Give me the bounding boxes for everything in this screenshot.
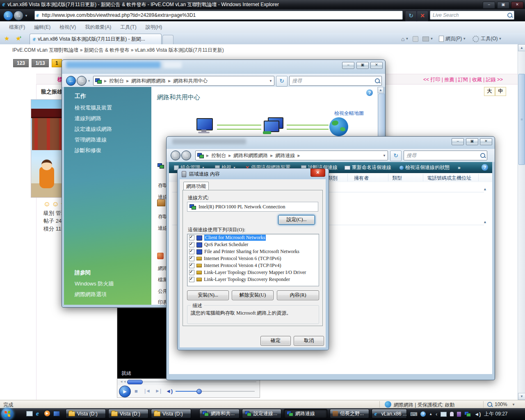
list-item[interactable]: Link-Layer Topology Discovery Mapper I/O… bbox=[187, 269, 319, 276]
globe-icon[interactable] bbox=[329, 117, 348, 136]
maximize-button[interactable]: ▣ bbox=[466, 138, 478, 145]
task-setup-connection[interactable]: 設定連線或網路 bbox=[75, 126, 112, 133]
column-owner[interactable]: 擁有者 bbox=[354, 175, 369, 182]
nav-dropdown-icon[interactable]: ▼ bbox=[25, 14, 28, 18]
search-icon[interactable] bbox=[507, 13, 512, 18]
task-view-computers[interactable]: 檢視電腦及裝置 bbox=[75, 104, 112, 112]
back-button[interactable]: ← bbox=[66, 76, 76, 86]
refresh-button[interactable]: ↻ bbox=[276, 76, 288, 87]
poster-name[interactable]: 龍之振雄 bbox=[41, 88, 62, 96]
back-button[interactable]: ← bbox=[171, 151, 180, 160]
tools-menu-button[interactable]: 工具(O) bbox=[481, 35, 498, 42]
task-manage-connections[interactable]: 管理網路連線 bbox=[75, 136, 107, 144]
connections-search-field[interactable] bbox=[404, 151, 487, 160]
close-button[interactable]: ✕ bbox=[480, 138, 492, 145]
page-menu-button[interactable]: 網頁(P) bbox=[445, 35, 462, 42]
quicklaunch-ie-icon[interactable]: e bbox=[36, 410, 39, 417]
font-size-large-button[interactable]: 大 bbox=[484, 87, 495, 96]
search-input[interactable] bbox=[291, 78, 375, 84]
quicklaunch-mediaplayer-icon[interactable]: ▶ bbox=[44, 411, 50, 416]
forum-breadcrumb[interactable]: IPvE.COM vLan 互聯對戰論壇 » 新聞公告 & 軟件發布 » vLa… bbox=[12, 47, 224, 54]
list-item[interactable]: QoS Packet Scheduler bbox=[187, 241, 319, 248]
scroll-up-icon[interactable]: ▲ bbox=[378, 87, 383, 93]
group-collapse-icon[interactable]: ▲ bbox=[483, 220, 487, 224]
menu-edit[interactable]: 編輯(E) bbox=[34, 24, 50, 31]
address-dropdown-icon[interactable]: ▼ bbox=[383, 154, 386, 158]
forward-button[interactable]: → bbox=[77, 76, 87, 86]
search-icon[interactable] bbox=[480, 153, 485, 158]
scrollbar-thumb[interactable]: ≡ bbox=[518, 74, 525, 165]
live-search-input[interactable] bbox=[432, 12, 507, 18]
connections-breadcrumb-field[interactable]: ▶ 控制台 ▶ 網路和網際網路 ▶ 網路連線 ▶ ▼ bbox=[195, 151, 388, 160]
rename-connection-button[interactable]: 重新命名這個連線 bbox=[345, 162, 391, 173]
volume-tray-icon[interactable]: ◄) bbox=[474, 411, 481, 417]
url-input[interactable] bbox=[41, 12, 401, 18]
checkbox[interactable] bbox=[189, 256, 194, 261]
action-print[interactable]: 打印 bbox=[430, 77, 440, 82]
rewind-icon[interactable]: ◄◄ bbox=[120, 380, 126, 383]
help-icon[interactable]: ? bbox=[482, 164, 488, 171]
close-button[interactable]: ✕ bbox=[310, 169, 325, 177]
previous-button[interactable]: |◄ bbox=[144, 388, 151, 394]
ime-tray-icon[interactable] bbox=[457, 412, 461, 417]
search-icon[interactable] bbox=[375, 78, 380, 83]
see-also-firewall[interactable]: Windows 防火牆 bbox=[75, 280, 114, 288]
expand-tray-icon[interactable]: ▲ bbox=[429, 412, 432, 416]
taskbar-button-game[interactable]: 信長之野... bbox=[330, 409, 369, 418]
network-tray-icon[interactable] bbox=[464, 411, 471, 417]
column-divider[interactable] bbox=[347, 174, 348, 181]
zoom-level[interactable]: 100% bbox=[495, 402, 507, 407]
list-item[interactable]: File and Printer Sharing for Microsoft N… bbox=[187, 248, 319, 255]
user-tray-icon[interactable] bbox=[450, 412, 454, 416]
menu-favorites[interactable]: 我的最愛(A) bbox=[85, 24, 111, 31]
refresh-button[interactable]: ↻ bbox=[390, 151, 402, 161]
action-log[interactable]: 記錄 bbox=[486, 77, 496, 82]
checkbox[interactable] bbox=[189, 277, 194, 282]
font-size-medium-button[interactable]: 中 bbox=[495, 87, 506, 96]
search-input[interactable] bbox=[406, 152, 480, 159]
start-button[interactable] bbox=[1, 408, 14, 420]
home-icon[interactable]: ⌂ bbox=[401, 36, 404, 42]
tab-networking[interactable]: 網路功能 bbox=[183, 182, 209, 191]
ok-button[interactable]: 確定 bbox=[260, 336, 291, 346]
checkbox[interactable] bbox=[189, 249, 194, 254]
breadcrumb-control-panel[interactable]: 控制台 bbox=[109, 78, 124, 84]
forward-button[interactable]: → bbox=[14, 11, 23, 21]
minimize-button[interactable]: – bbox=[483, 2, 495, 9]
live-search-field[interactable] bbox=[430, 11, 514, 20]
quicklaunch-desktop-icon[interactable] bbox=[53, 411, 60, 416]
address-dropdown-icon[interactable]: ▼ bbox=[269, 79, 272, 83]
scroll-up-icon[interactable]: ▲ bbox=[518, 44, 525, 51]
taskbar-button-vista-d1[interactable]: Vista (D:) bbox=[66, 409, 106, 418]
print-dropdown-icon[interactable]: ▼ bbox=[430, 37, 433, 41]
group-collapse-icon[interactable]: ▲ bbox=[483, 187, 487, 191]
checkbox[interactable] bbox=[189, 242, 194, 247]
close-button[interactable]: ✕ bbox=[511, 2, 523, 9]
menu-file[interactable]: 檔案(F) bbox=[9, 24, 25, 31]
sharing-search-field[interactable] bbox=[289, 76, 382, 86]
action-recommend[interactable]: 推薦 bbox=[444, 77, 454, 82]
configure-button[interactable]: 設定(C)... bbox=[278, 215, 315, 225]
close-button[interactable]: ✕ bbox=[370, 62, 383, 69]
action-subscribe[interactable]: 訂閱 bbox=[458, 77, 468, 82]
see-also-internet-options[interactable]: 網際網路選項 bbox=[75, 291, 107, 298]
list-item[interactable]: Client for Microsoft Networks bbox=[187, 234, 319, 241]
multi-network-icon[interactable] bbox=[263, 117, 283, 135]
minimize-button[interactable]: – bbox=[342, 62, 354, 69]
connections-titlebar[interactable]: – ▣ ✕ bbox=[167, 137, 495, 149]
checkbox[interactable] bbox=[189, 235, 194, 240]
dialog-titlebar[interactable]: 區域連線 內容 ✕ bbox=[178, 169, 329, 179]
minimize-button[interactable]: – bbox=[452, 138, 464, 145]
sharing-breadcrumb-field[interactable]: ▶ 控制台 ▶ 網路和網際網路 ▶ 網路和共用中心 ▼ bbox=[93, 76, 274, 86]
home-dropdown-icon[interactable]: ▼ bbox=[405, 37, 409, 41]
computer-icon[interactable] bbox=[195, 118, 214, 135]
taskbar-button-ie[interactable]: evLan.x86 ... bbox=[372, 409, 407, 418]
taskbar-button-vista-d2[interactable]: Vista (D:) bbox=[108, 409, 148, 418]
forward-button[interactable]: → bbox=[181, 151, 191, 160]
action-favorite[interactable]: 收藏 bbox=[472, 77, 482, 82]
sharing-titlebar[interactable]: – ▣ ✕ bbox=[62, 60, 385, 74]
checkbox[interactable] bbox=[189, 263, 194, 268]
new-tab-stub[interactable] bbox=[162, 35, 173, 45]
seek-thumb[interactable] bbox=[127, 380, 143, 384]
quicklaunch-switcher-icon[interactable] bbox=[26, 411, 33, 416]
